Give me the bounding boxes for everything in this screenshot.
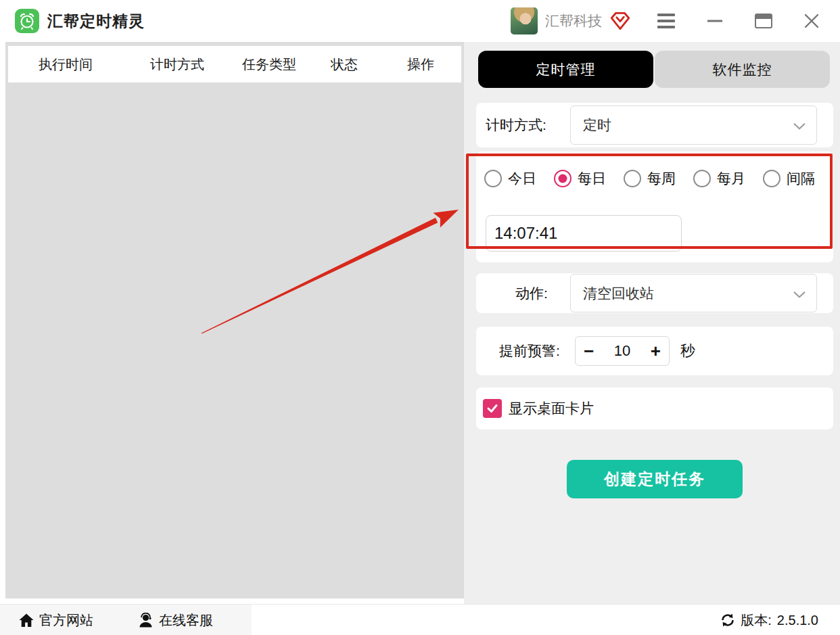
time-input[interactable] xyxy=(486,215,682,252)
radio-circle-icon xyxy=(763,170,780,187)
radio-circle-selected-icon xyxy=(554,170,571,187)
user-avatar[interactable] xyxy=(511,7,538,34)
radio-label-monthly: 每月 xyxy=(717,169,745,188)
early-warning-row: 提前预警: − 10 + 秒 xyxy=(476,327,833,375)
app-title: 汇帮定时精灵 xyxy=(47,0,145,42)
radio-option-weekly[interactable]: 每周 xyxy=(624,169,676,188)
maximize-button[interactable] xyxy=(749,0,778,42)
timing-method-select[interactable]: 定时 xyxy=(570,105,817,145)
action-row: 动作: 清空回收站 xyxy=(476,273,833,313)
radio-option-interval[interactable]: 间隔 xyxy=(763,169,815,188)
desktop-card-label: 显示桌面卡片 xyxy=(509,387,594,429)
schedule-section: 今日 每日 每周 每月 间隔 xyxy=(476,151,833,262)
action-select[interactable]: 清空回收站 xyxy=(570,274,817,312)
online-support-link[interactable]: 在线客服 xyxy=(138,605,213,635)
official-website-link[interactable]: 官方网站 xyxy=(19,605,93,635)
timing-method-row: 计时方式: 定时 xyxy=(476,103,833,147)
home-icon xyxy=(19,613,34,628)
column-header-timing-mode: 计时方式 xyxy=(150,46,204,83)
tab-timer-management[interactable]: 定时管理 xyxy=(478,51,653,88)
app-logo-icon xyxy=(15,9,39,33)
check-icon xyxy=(486,403,498,414)
radio-option-daily[interactable]: 每日 xyxy=(554,169,606,188)
chevron-down-icon xyxy=(793,288,806,300)
version-label: 版本: xyxy=(741,611,772,630)
column-header-task-type: 任务类型 xyxy=(242,46,296,83)
radio-label-weekly: 每周 xyxy=(647,169,676,188)
radio-option-monthly[interactable]: 每月 xyxy=(693,169,745,188)
timing-method-label: 计时方式: xyxy=(486,103,546,147)
create-task-button[interactable]: 创建定时任务 xyxy=(567,460,743,498)
early-warning-unit: 秒 xyxy=(680,327,695,375)
action-label: 动作: xyxy=(515,273,548,313)
footer-bar: 官方网站 在线客服 版本: 2.5.1.0 xyxy=(0,604,840,635)
tab-software-monitor[interactable]: 软件监控 xyxy=(655,51,830,88)
radio-option-today[interactable]: 今日 xyxy=(484,169,536,188)
radio-circle-icon xyxy=(693,170,711,187)
task-table-header: 执行时间 计时方式 任务类型 状态 操作 xyxy=(8,46,461,83)
vip-gem-icon[interactable] xyxy=(609,10,631,32)
menu-button[interactable] xyxy=(651,0,681,42)
radio-label-interval: 间隔 xyxy=(787,169,815,188)
early-warning-value: 10 xyxy=(614,342,630,360)
chevron-down-icon xyxy=(793,120,806,133)
schedule-radio-group: 今日 每日 每周 每月 间隔 xyxy=(484,169,815,188)
desktop-card-row[interactable]: 显示桌面卡片 xyxy=(476,387,833,429)
radio-label-today: 今日 xyxy=(508,169,536,188)
column-header-actions: 操作 xyxy=(407,46,434,83)
increment-button[interactable]: + xyxy=(651,342,661,360)
column-header-status: 状态 xyxy=(331,46,358,83)
title-bar: 汇帮定时精灵 汇帮科技 xyxy=(0,0,840,42)
minimize-button[interactable] xyxy=(700,0,730,42)
person-headset-icon xyxy=(138,613,154,628)
radio-circle-icon xyxy=(624,170,641,187)
minimize-icon xyxy=(707,20,722,22)
close-button[interactable] xyxy=(797,0,826,42)
column-header-exec-time: 执行时间 xyxy=(39,46,93,83)
version-value: 2.5.1.0 xyxy=(777,613,818,628)
version-info: 版本: 2.5.1.0 xyxy=(720,605,818,635)
desktop-card-checkbox[interactable] xyxy=(483,399,502,418)
refresh-icon[interactable] xyxy=(720,613,735,628)
task-list-panel: 执行时间 计时方式 任务类型 状态 操作 xyxy=(5,42,464,598)
maximize-icon xyxy=(755,14,772,28)
early-warning-stepper: − 10 + xyxy=(575,336,670,366)
timing-method-value: 定时 xyxy=(571,116,611,135)
account-name: 汇帮科技 xyxy=(545,0,602,42)
decrement-button[interactable]: − xyxy=(584,342,594,360)
radio-circle-icon xyxy=(484,170,502,187)
early-warning-label: 提前预警: xyxy=(499,327,560,375)
action-value: 清空回收站 xyxy=(571,284,654,303)
hamburger-icon xyxy=(657,14,675,28)
radio-label-daily: 每日 xyxy=(578,169,606,188)
close-icon xyxy=(804,14,819,28)
official-website-label: 官方网站 xyxy=(39,611,93,630)
online-support-label: 在线客服 xyxy=(159,611,213,630)
